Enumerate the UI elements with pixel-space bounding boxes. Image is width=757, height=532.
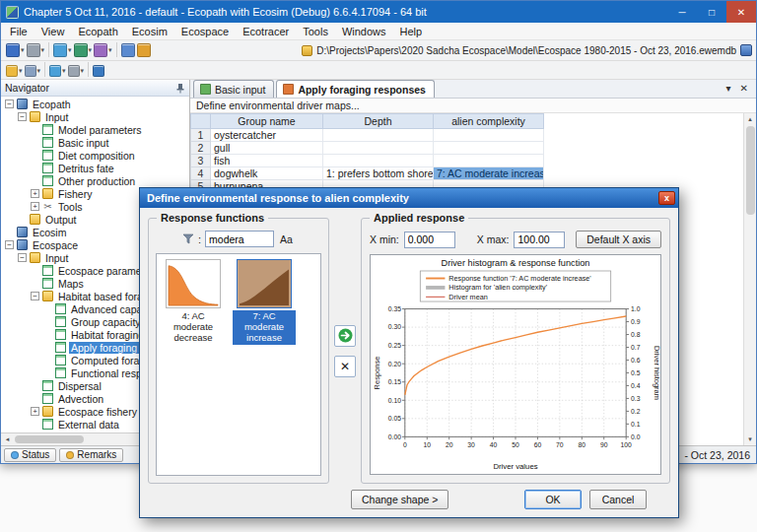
- panel-tab-label: Status: [22, 449, 49, 460]
- increase-curve-thumbnail: [238, 260, 291, 307]
- dialog-close-button[interactable]: x: [658, 191, 675, 205]
- dropdown-arrow-icon[interactable]: ▾: [81, 67, 85, 75]
- menu-item-ecopath[interactable]: Ecopath: [71, 24, 124, 39]
- collapse-icon[interactable]: −: [5, 100, 14, 108]
- cell-depth[interactable]: 1: prefers bottom shore: [323, 167, 434, 180]
- tree-item-other-production[interactable]: Other production: [1, 174, 189, 187]
- tree-item-detritus-fate[interactable]: Detritus fate: [1, 162, 189, 174]
- collapse-icon[interactable]: −: [5, 240, 14, 249]
- run-icon[interactable]: [136, 42, 152, 58]
- tree-item-diet-composition[interactable]: Diet composition: [1, 149, 189, 162]
- pin-icon[interactable]: [175, 83, 185, 94]
- tree-item-label: Model parameters: [56, 124, 144, 136]
- cell-group-name[interactable]: gull: [211, 142, 323, 155]
- tree-item-label: Maps: [56, 278, 86, 290]
- cell-group-name[interactable]: oystercatcher: [211, 129, 323, 142]
- dropdown-arrow-icon[interactable]: ▾: [89, 46, 93, 54]
- menu-item-ecotracer[interactable]: Ecotracer: [236, 24, 296, 39]
- save-all-icon[interactable]: ▾: [24, 64, 42, 78]
- menu-item-ecosim[interactable]: Ecosim: [125, 24, 174, 39]
- cell-group-name[interactable]: dogwhelk: [211, 167, 323, 180]
- panel-tab-status[interactable]: Status: [4, 448, 56, 462]
- dropdown-arrow-icon[interactable]: ▾: [108, 46, 112, 54]
- response-function-4-ac-moderate-decrease[interactable]: 4: AC moderate decrease: [162, 259, 225, 345]
- cell-alien-complexity[interactable]: 7: AC moderate increase: [434, 167, 544, 180]
- dropdown-arrow-icon[interactable]: ▾: [41, 46, 45, 54]
- vertical-scrollbar[interactable]: ▴ ▾: [743, 113, 756, 445]
- filter-input[interactable]: [205, 231, 274, 247]
- scrollbar-thumb[interactable]: [746, 126, 755, 215]
- expand-icon[interactable]: +: [31, 202, 39, 211]
- menubar: FileViewEcopathEcosimEcospaceEcotracerTo…: [1, 23, 756, 40]
- dropdown-arrow-icon[interactable]: ▾: [62, 67, 66, 75]
- tree-item-ecopath[interactable]: −Ecopath: [1, 98, 189, 110]
- cell-depth[interactable]: [323, 142, 434, 155]
- cancel-button[interactable]: Cancel: [589, 490, 647, 509]
- minimize-button[interactable]: ─: [667, 1, 697, 23]
- tree-item-basic-input[interactable]: Basic input: [1, 136, 189, 149]
- expand-icon[interactable]: +: [31, 407, 39, 416]
- open-model-icon[interactable]: ▾: [5, 64, 24, 78]
- collapse-icon[interactable]: −: [31, 292, 39, 300]
- gear-icon[interactable]: ▾: [67, 64, 86, 78]
- save-all-icon: [25, 65, 36, 77]
- close-document-icon[interactable]: ✕: [740, 83, 748, 94]
- expand-icon[interactable]: +: [31, 189, 39, 198]
- response-function-7-ac-moderate-increase[interactable]: 7: AC moderate increase: [233, 259, 296, 345]
- apply-response-button[interactable]: [334, 325, 356, 347]
- view-icon[interactable]: ▾: [48, 64, 67, 78]
- cell-alien-complexity[interactable]: [434, 142, 544, 155]
- cell-alien-complexity[interactable]: [434, 155, 544, 167]
- maximize-button[interactable]: □: [697, 1, 726, 23]
- cell-alien-complexity[interactable]: [434, 129, 544, 142]
- grid-icon: [121, 43, 135, 57]
- palette-icon[interactable]: ▾: [93, 42, 113, 58]
- basic-input-tab-icon: [200, 84, 211, 95]
- dropdown-arrow-icon[interactable]: ▾: [21, 46, 25, 54]
- default-x-axis-button[interactable]: Default X axis: [576, 231, 661, 248]
- menu-item-view[interactable]: View: [34, 24, 72, 39]
- cell-depth[interactable]: [323, 155, 434, 167]
- document-tab-apply-foraging-responses[interactable]: Apply foraging responses: [276, 80, 435, 98]
- scroll-up-icon[interactable]: ▴: [744, 113, 757, 125]
- ok-button[interactable]: OK: [524, 490, 582, 509]
- sheet-icon: [42, 278, 53, 289]
- tree-item-input[interactable]: −Input: [1, 110, 189, 123]
- browse-database-icon[interactable]: [740, 44, 752, 56]
- svg-text:Driver histogram & response fu: Driver histogram & response function: [442, 258, 590, 268]
- menu-item-windows[interactable]: Windows: [335, 24, 393, 39]
- help-icon[interactable]: [92, 64, 105, 78]
- scrollbar-thumb[interactable]: [15, 435, 84, 443]
- tab-list-dropdown-icon[interactable]: ▾: [726, 83, 731, 94]
- collapse-icon[interactable]: −: [18, 253, 27, 262]
- menu-item-tools[interactable]: Tools: [296, 24, 335, 39]
- grid-icon[interactable]: [120, 42, 136, 58]
- document-tab-basic-input[interactable]: Basic input: [193, 80, 274, 98]
- clear-response-button[interactable]: ✕: [334, 356, 356, 377]
- print-icon[interactable]: ▾: [26, 42, 46, 58]
- match-case-toggle[interactable]: Aa: [278, 233, 295, 245]
- chart-icon[interactable]: ▾: [52, 42, 73, 58]
- panel-tab-remarks[interactable]: Remarks: [59, 448, 123, 462]
- menu-item-help[interactable]: Help: [393, 24, 430, 39]
- svg-text:Response: Response: [373, 357, 381, 390]
- svg-text:Histogram for 'alien complexit: Histogram for 'alien complexity': [448, 284, 547, 292]
- close-button[interactable]: ✕: [726, 1, 756, 23]
- globe-icon[interactable]: ▾: [73, 42, 94, 58]
- tree-item-model-parameters[interactable]: Model parameters: [1, 123, 189, 136]
- cell-depth[interactable]: [323, 129, 434, 142]
- x-max-input[interactable]: [514, 232, 565, 248]
- x-min-input[interactable]: [404, 232, 455, 248]
- menu-item-ecospace[interactable]: Ecospace: [174, 24, 236, 39]
- change-shape-button[interactable]: Change shape >: [351, 490, 448, 509]
- save-icon[interactable]: ▾: [5, 42, 26, 58]
- cell-group-name[interactable]: fish: [211, 155, 323, 167]
- dropdown-arrow-icon[interactable]: ▾: [68, 46, 72, 54]
- dropdown-arrow-icon[interactable]: ▾: [37, 67, 41, 75]
- gear-icon: [68, 65, 80, 77]
- dropdown-arrow-icon[interactable]: ▾: [19, 67, 23, 75]
- menu-item-file[interactable]: File: [3, 24, 34, 39]
- collapse-icon[interactable]: −: [18, 112, 27, 121]
- scroll-down-icon[interactable]: ▾: [744, 433, 757, 445]
- scroll-left-icon[interactable]: ◂: [1, 433, 14, 445]
